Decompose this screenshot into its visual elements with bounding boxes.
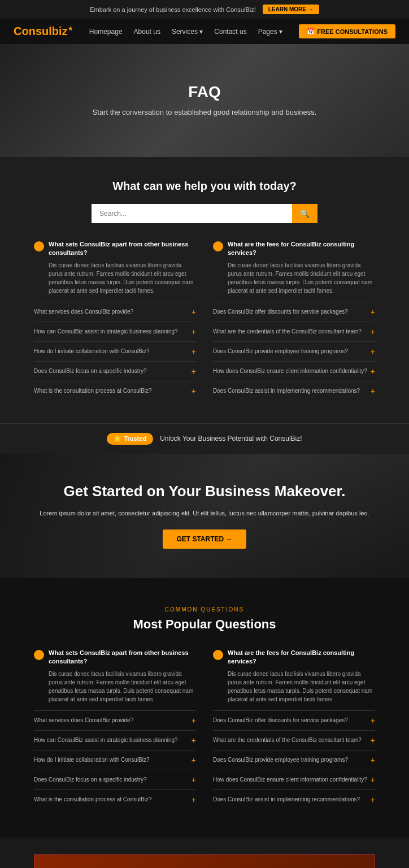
plus-icon: + xyxy=(371,307,375,316)
top-bar-message: Embark on a journey of business excellen… xyxy=(90,6,255,13)
popular-section: COMMON QUESTIONS Most Popular Questions … xyxy=(0,578,409,837)
search-row: 🔍 xyxy=(92,204,317,223)
nav-services[interactable]: Services ▾ xyxy=(172,28,203,36)
top-bar: Embark on a journey of business excellen… xyxy=(0,0,409,19)
plus-icon: + xyxy=(371,736,375,745)
faq-item[interactable]: Does ConsulBiz assist in implementing re… xyxy=(213,381,375,401)
faq-dot-right xyxy=(213,241,223,251)
faq-left-col: What sets ConsulBiz apart from other bus… xyxy=(34,240,196,401)
nav-contact[interactable]: Contact us xyxy=(214,28,246,36)
calendar-icon: 📅 xyxy=(307,28,315,35)
plus-icon: + xyxy=(192,367,196,376)
nav-pages[interactable]: Pages ▾ xyxy=(258,28,282,36)
search-input[interactable] xyxy=(92,204,292,223)
hero-title: FAQ xyxy=(93,83,317,101)
get-started-button[interactable]: GET STARTED → xyxy=(163,530,246,549)
star-icon: ⭐ xyxy=(114,435,121,442)
popular-main-left-q: What sets ConsulBiz apart from other bus… xyxy=(49,649,196,666)
faq-item[interactable]: Does ConsulBiz provide employee training… xyxy=(213,341,375,361)
faq-item[interactable]: What is the consultation process at Cons… xyxy=(34,789,196,809)
faq-main-left-q: What sets ConsulBiz apart from other bus… xyxy=(49,240,196,258)
plus-icon: + xyxy=(371,327,375,336)
plus-icon: + xyxy=(192,307,196,316)
popular-heading: Most Popular Questions xyxy=(34,617,375,632)
plus-icon: + xyxy=(371,756,375,765)
plus-icon: + xyxy=(192,327,196,336)
faq-item[interactable]: How do I initiate collaboration with Con… xyxy=(34,750,196,770)
faq-item[interactable]: Does ConsulBiz focus on a specific indus… xyxy=(34,770,196,789)
plus-icon: + xyxy=(371,367,375,376)
help-section: What can we help you with today? 🔍 What … xyxy=(0,157,409,423)
trusted-badge: ⭐ Trusted xyxy=(107,433,153,445)
popular-faq-main-left: What sets ConsulBiz apart from other bus… xyxy=(34,649,196,704)
search-button[interactable]: 🔍 xyxy=(292,204,317,223)
learn-more-button[interactable]: LEARN MORE → xyxy=(263,5,319,14)
faq-item[interactable]: Does ConsulBiz offer discounts for servi… xyxy=(213,710,375,730)
plus-icon: + xyxy=(192,736,196,745)
faq-grid: What sets ConsulBiz apart from other bus… xyxy=(34,240,375,401)
faq-item[interactable]: What are the credentials of the ConsulBi… xyxy=(213,322,375,341)
logo[interactable]: Consulbiz★ xyxy=(14,25,73,38)
faq-item[interactable]: How does ConsulBiz ensure client informa… xyxy=(213,361,375,381)
plus-icon: + xyxy=(192,775,196,784)
section-label: COMMON QUESTIONS xyxy=(34,606,375,613)
hero-section: FAQ Start the conversation to establishe… xyxy=(0,44,409,157)
newsletter-section: Signup our newsletter to get update info… xyxy=(34,854,375,868)
plus-icon: + xyxy=(192,795,196,804)
trust-bar: ⭐ Trusted Unlock Your Business Potential… xyxy=(0,423,409,454)
popular-main-left-a: Dis curae donec lacus facilisis vivamus … xyxy=(49,670,196,704)
faq-item[interactable]: What are the credentials of the ConsulBi… xyxy=(213,730,375,750)
faq-main-right-q: What are the fees for ConsulBiz consulti… xyxy=(228,240,375,258)
hero-content: FAQ Start the conversation to establishe… xyxy=(93,83,317,118)
faq-right-col: What are the fees for ConsulBiz consulti… xyxy=(213,240,375,401)
faq-item[interactable]: Does ConsulBiz provide employee training… xyxy=(213,750,375,770)
navigation: Consulbiz★ Homepage About us Services ▾ … xyxy=(0,19,409,44)
plus-icon: + xyxy=(371,795,375,804)
popular-main-right-q: What are the fees for ConsulBiz consulti… xyxy=(228,649,375,666)
plus-icon: + xyxy=(192,716,196,725)
popular-faq-main-right: What are the fees for ConsulBiz consulti… xyxy=(213,649,375,704)
faq-main-right-a: Dis curae donec lacus facilisis vivamus … xyxy=(228,261,375,295)
hero-subtitle: Start the conversation to established go… xyxy=(93,107,317,118)
faq-item[interactable]: How does ConsulBiz ensure client informa… xyxy=(213,770,375,789)
popular-faq-left: What sets ConsulBiz apart from other bus… xyxy=(34,649,196,809)
popular-dot-right xyxy=(213,650,223,660)
plus-icon: + xyxy=(371,775,375,784)
popular-main-right-a: Dis curae donec lacus facilisis vivamus … xyxy=(228,670,375,704)
plus-icon: + xyxy=(371,387,375,396)
nav-links: Homepage About us Services ▾ Contact us … xyxy=(89,28,282,36)
faq-item[interactable]: How can ConsulBiz assist in strategic bu… xyxy=(34,322,196,341)
faq-item[interactable]: Does ConsulBiz offer discounts for servi… xyxy=(213,302,375,322)
faq-item[interactable]: How can ConsulBiz assist in strategic bu… xyxy=(34,730,196,750)
faq-item[interactable]: How do I initiate collaboration with Con… xyxy=(34,341,196,361)
plus-icon: + xyxy=(192,756,196,765)
plus-icon: + xyxy=(192,347,196,356)
cta-body: Lorem ipsum dolor sit amet, consectetur … xyxy=(40,509,369,519)
popular-faq-right: What are the fees for ConsulBiz consulti… xyxy=(213,649,375,809)
cta-section: Get Started on Your Business Makeover. L… xyxy=(0,454,409,578)
help-heading: What can we help you with today? xyxy=(34,180,375,193)
faq-item[interactable]: Does ConsulBiz assist in implementing re… xyxy=(213,789,375,809)
popular-dot-left xyxy=(34,650,44,660)
plus-icon: + xyxy=(192,387,196,396)
plus-icon: + xyxy=(371,716,375,725)
faq-item[interactable]: What is the consultation process at Cons… xyxy=(34,381,196,401)
plus-icon: + xyxy=(371,347,375,356)
cta-content: Get Started on Your Business Makeover. L… xyxy=(6,460,403,571)
popular-faq-grid: What sets ConsulBiz apart from other bus… xyxy=(34,649,375,809)
free-consultations-button[interactable]: 📅 FREE CONSULTATIONS xyxy=(299,24,395,38)
nav-about[interactable]: About us xyxy=(134,28,160,36)
trust-text: Unlock Your Business Potential with Cons… xyxy=(160,435,302,442)
nav-homepage[interactable]: Homepage xyxy=(89,28,123,36)
cta-heading: Get Started on Your Business Makeover. xyxy=(40,483,369,500)
faq-main-left: What sets ConsulBiz apart from other bus… xyxy=(34,240,196,295)
faq-item[interactable]: Does ConsulBiz focus on a specific indus… xyxy=(34,361,196,381)
faq-dot-left xyxy=(34,241,44,251)
faq-item[interactable]: What services does ConsulBiz provide? + xyxy=(34,302,196,322)
faq-main-right: What are the fees for ConsulBiz consulti… xyxy=(213,240,375,295)
faq-item[interactable]: What services does ConsulBiz provide? + xyxy=(34,710,196,730)
faq-main-left-a: Dis curae donec lacus facilisis vivamus … xyxy=(49,261,196,295)
